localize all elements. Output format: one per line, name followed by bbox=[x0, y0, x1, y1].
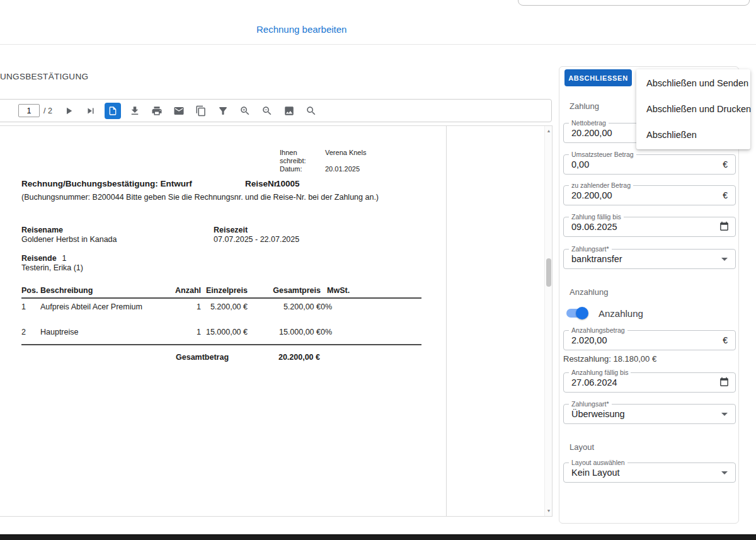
section-label-anzahlung: Anzahlung bbox=[570, 287, 608, 297]
table-header-cell: Beschreibung bbox=[40, 285, 175, 298]
scrollbar-thumb[interactable] bbox=[546, 258, 551, 287]
page-number-input[interactable] bbox=[18, 104, 40, 117]
trip-number-value: 10005 bbox=[276, 179, 300, 188]
date-label: Datum: bbox=[280, 165, 325, 173]
section-label-zahlung: Zahlung bbox=[570, 101, 599, 111]
bottom-bar bbox=[0, 534, 756, 540]
scroll-up-arrow[interactable]: ▲ bbox=[545, 128, 553, 134]
total-value: 20.200,00 € bbox=[248, 345, 321, 362]
top-cropped-field[interactable] bbox=[518, 0, 750, 6]
zoom-out-button[interactable] bbox=[259, 103, 275, 119]
table-header-row: Pos. Beschreibung Anzahl Einzelpreis Ges… bbox=[21, 285, 421, 298]
table-header-cell: Einzelpreis bbox=[201, 285, 248, 298]
search-button[interactable] bbox=[303, 103, 319, 119]
table-header-cell: MwSt. bbox=[321, 285, 421, 298]
print-icon bbox=[151, 105, 163, 117]
table-cell: Hauptreise bbox=[40, 324, 175, 345]
search-icon bbox=[306, 105, 317, 117]
zoom-out-icon bbox=[261, 105, 273, 117]
calendar-icon[interactable] bbox=[719, 221, 730, 232]
menu-item-abschliessen[interactable]: Abschließen bbox=[636, 122, 750, 148]
menu-item-abschliessen-und-drucken[interactable]: Abschließen und Drucken bbox=[636, 96, 750, 122]
field-value: 0,00 bbox=[571, 155, 589, 174]
table-row: 2 Hauptreise 1 15.000,00 € 15.000,00 € 0… bbox=[21, 324, 421, 345]
table-cell: Aufpreis Abteil Acer Premium bbox=[40, 298, 175, 324]
email-button[interactable] bbox=[171, 103, 187, 119]
layout-select[interactable]: Layout auswählen Kein Layout bbox=[563, 462, 736, 483]
table-cell: 2 bbox=[21, 324, 40, 345]
zahlung-faellig-bis-field[interactable]: Zahlung fällig bis 09.06.2025 bbox=[563, 217, 736, 237]
table-cell: 1 bbox=[175, 324, 201, 345]
sender-value: Verena Knels bbox=[325, 149, 366, 165]
menu-item-abschliessen-und-senden[interactable]: Abschließen und Senden bbox=[636, 71, 750, 96]
toggle-thumb bbox=[576, 307, 588, 319]
filter-button[interactable] bbox=[215, 103, 231, 119]
field-value: 20.200,00 bbox=[571, 186, 612, 205]
copy-button[interactable] bbox=[193, 103, 209, 119]
field-value: banktransfer bbox=[571, 250, 622, 268]
field-value: Kein Layout bbox=[571, 463, 620, 482]
zahlungsart-select[interactable]: Zahlungsart* banktransfer bbox=[563, 249, 736, 269]
copy-icon bbox=[195, 105, 207, 117]
invoice-heading: Rechnung/Buchungsbestätigung: Entwurf Re… bbox=[21, 179, 399, 188]
anzahlung-toggle[interactable] bbox=[566, 307, 588, 319]
page-title: Rechnung bearbeiten bbox=[256, 24, 346, 35]
pdf-viewer: Ihnen schreibt: Verena Knels Datum: 20.0… bbox=[0, 125, 553, 517]
pdf-toolbar: / 2 bbox=[0, 99, 552, 122]
calendar-icon[interactable] bbox=[719, 377, 730, 388]
trip-name-label: Reisename bbox=[21, 226, 63, 234]
currency-suffix: € bbox=[723, 186, 728, 205]
traveler-name: Testerin, Erika (1) bbox=[21, 263, 83, 272]
viewer-scrollbar[interactable]: ▲ ▼ bbox=[544, 126, 552, 516]
image-button[interactable] bbox=[281, 103, 297, 119]
next-page-button[interactable] bbox=[60, 103, 77, 119]
booking-note: (Buchungsnummer: B200044 Bitte geben Sie… bbox=[21, 193, 425, 202]
invoice-title: Rechnung/Buchungsbestätigung: Entwurf bbox=[21, 179, 192, 188]
print-button[interactable] bbox=[149, 103, 165, 119]
download-button[interactable] bbox=[127, 103, 143, 119]
currency-suffix: € bbox=[723, 155, 728, 174]
scroll-down-arrow[interactable]: ▼ bbox=[545, 508, 553, 514]
table-header-cell: Pos. bbox=[21, 285, 40, 298]
chevron-down-icon bbox=[721, 471, 728, 474]
page-view-button[interactable] bbox=[105, 103, 121, 119]
table-cell: 15.000,00 € bbox=[201, 324, 248, 345]
image-icon bbox=[284, 105, 295, 117]
field-value: 27.06.2024 bbox=[571, 373, 617, 392]
last-page-icon bbox=[85, 105, 96, 117]
anzahlungsbetrag-field[interactable]: Anzahlungsbetrag 2.020,00 € bbox=[563, 330, 736, 350]
document-title: UNGSBESTÄTIGUNG bbox=[0, 72, 88, 81]
filter-icon bbox=[217, 105, 229, 117]
section-label-layout: Layout bbox=[570, 442, 594, 452]
page-edge-divider bbox=[446, 126, 447, 516]
zu-zahlender-betrag-field[interactable]: zu zahlender Betrag 20.200,00 € bbox=[563, 185, 736, 205]
zoom-in-button[interactable] bbox=[237, 103, 253, 119]
table-cell: 0% bbox=[321, 298, 421, 324]
table-header-cell: Anzahl bbox=[175, 285, 201, 298]
travelers-row: Reisende1 bbox=[21, 254, 67, 263]
page-icon bbox=[108, 106, 118, 116]
trip-name-value: Goldener Herbst in Kanada bbox=[21, 235, 117, 244]
email-icon bbox=[173, 105, 185, 117]
field-value: 20.200,00 bbox=[571, 124, 612, 142]
table-row: 1 Aufpreis Abteil Acer Premium 1 5.200,0… bbox=[21, 298, 421, 324]
table-cell: 5.200,00 € bbox=[201, 298, 248, 324]
travelers-count: 1 bbox=[62, 254, 67, 263]
umsatzsteuer-betrag-field[interactable]: Umsatzsteuer Betrag 0,00 € bbox=[563, 154, 736, 175]
table-header-cell: Gesamtpreis bbox=[248, 285, 321, 298]
chevron-down-icon bbox=[721, 413, 728, 416]
trip-time-label: Reisezeit bbox=[214, 226, 248, 234]
last-page-button[interactable] bbox=[83, 103, 99, 119]
sender-block: Ihnen schreibt: Verena Knels Datum: 20.0… bbox=[280, 149, 366, 173]
restzahlung-text: Restzahlung: 18.180,00 € bbox=[563, 354, 656, 364]
table-total-row: Gesamtbetrag 20.200,00 € bbox=[21, 345, 421, 362]
trip-labels-row: Reisename Reisezeit bbox=[21, 226, 412, 234]
table-cell: 5.200,00 € bbox=[248, 298, 321, 324]
abschliessen-button[interactable]: ABSCHLIESSEN bbox=[564, 69, 632, 86]
page-count-label: / 2 bbox=[43, 106, 52, 115]
download-icon bbox=[129, 105, 140, 117]
travelers-label: Reisende bbox=[21, 254, 57, 263]
anzahlung-faellig-bis-field[interactable]: Anzahlung fällig bis 27.06.2024 bbox=[563, 372, 736, 393]
trip-time-value: 07.07.2025 - 22.07.2025 bbox=[214, 235, 299, 244]
anzahlung-zahlungsart-select[interactable]: Zahlungsart* Überweisung bbox=[563, 404, 736, 424]
